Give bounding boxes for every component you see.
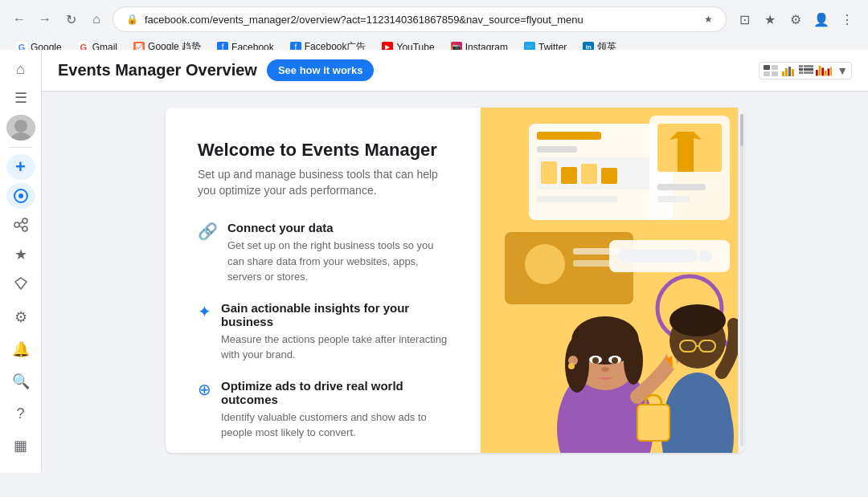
sidebar-avatar[interactable] bbox=[6, 115, 35, 141]
svg-rect-11 bbox=[764, 65, 770, 70]
view-toolbar: ▼ bbox=[759, 62, 852, 79]
svg-point-58 bbox=[624, 336, 643, 385]
svg-rect-50 bbox=[617, 250, 698, 263]
bookmark-button[interactable]: ★ bbox=[759, 8, 781, 31]
svg-rect-34 bbox=[537, 146, 577, 153]
svg-rect-33 bbox=[537, 132, 601, 140]
svg-point-6 bbox=[23, 218, 27, 223]
scrollbar-track bbox=[740, 114, 743, 446]
svg-rect-28 bbox=[825, 71, 827, 75]
sidebar-item-star[interactable]: ★ bbox=[6, 241, 35, 267]
svg-rect-20 bbox=[799, 68, 803, 71]
svg-point-57 bbox=[565, 336, 589, 393]
svg-rect-44 bbox=[657, 196, 690, 202]
svg-point-46 bbox=[525, 244, 565, 284]
svg-rect-30 bbox=[830, 67, 832, 75]
svg-rect-21 bbox=[799, 71, 803, 74]
sidebar-item-diamond[interactable] bbox=[6, 271, 35, 296]
sidebar-item-events[interactable] bbox=[6, 183, 35, 209]
feature-insights-title: Gain actionable insights for your busine… bbox=[221, 301, 448, 328]
svg-point-51 bbox=[699, 250, 712, 263]
svg-line-8 bbox=[19, 222, 23, 224]
svg-point-5 bbox=[14, 222, 19, 227]
svg-rect-14 bbox=[772, 71, 778, 76]
feature-optimize-text: Optimize ads to drive real world outcome… bbox=[221, 379, 448, 441]
app-container: ⌂ ☰ + ★ bbox=[0, 50, 868, 473]
svg-line-9 bbox=[19, 226, 23, 228]
svg-rect-15 bbox=[782, 71, 784, 76]
svg-rect-48 bbox=[573, 260, 613, 267]
cast-button[interactable]: ⊡ bbox=[733, 8, 755, 31]
svg-point-4 bbox=[18, 194, 23, 198]
see-how-button[interactable]: See how it works bbox=[267, 59, 374, 81]
svg-rect-36 bbox=[541, 161, 557, 184]
sidebar-item-home[interactable]: ⌂ bbox=[6, 56, 35, 82]
svg-rect-29 bbox=[828, 68, 830, 75]
sidebar-item-help[interactable]: ? bbox=[6, 399, 35, 428]
svg-point-71 bbox=[669, 304, 726, 336]
optimize-icon: ⊕ bbox=[198, 380, 211, 399]
feature-connect-data: 🔗 Connect your data Get set up on the ri… bbox=[198, 221, 448, 285]
svg-rect-22 bbox=[804, 65, 813, 67]
svg-point-60 bbox=[568, 363, 575, 369]
svg-rect-16 bbox=[785, 68, 788, 76]
welcome-subtitle: Set up and manage business tools that ca… bbox=[198, 167, 448, 198]
svg-rect-18 bbox=[792, 69, 794, 76]
address-bar[interactable]: 🔒 facebook.com/events_manager2/overview?… bbox=[113, 6, 727, 32]
chart-view-icon[interactable] bbox=[780, 65, 796, 76]
bar-chart-icon[interactable] bbox=[816, 65, 832, 76]
svg-rect-23 bbox=[804, 68, 813, 71]
svg-rect-40 bbox=[537, 196, 617, 202]
forward-button[interactable]: → bbox=[35, 10, 55, 29]
svg-rect-75 bbox=[637, 405, 669, 441]
main-content: Events Manager Overview See how it works bbox=[42, 50, 868, 473]
svg-rect-12 bbox=[772, 65, 778, 70]
grid-view-icon[interactable] bbox=[763, 65, 779, 76]
feature-connect-desc: Get set up on the right business tools s… bbox=[227, 238, 448, 285]
sidebar-item-connections[interactable] bbox=[6, 212, 35, 238]
connect-data-icon: 🔗 bbox=[198, 222, 218, 241]
svg-rect-26 bbox=[819, 65, 821, 75]
dots-view-icon[interactable] bbox=[798, 65, 814, 76]
back-button[interactable]: ← bbox=[10, 10, 29, 29]
svg-rect-19 bbox=[799, 65, 803, 67]
feature-optimize-desc: Identify valuable customers and show ads… bbox=[221, 409, 448, 441]
welcome-title: Welcome to Events Manager bbox=[198, 140, 448, 161]
svg-point-64 bbox=[612, 357, 618, 364]
card-scrollbar[interactable] bbox=[738, 108, 744, 453]
scrollbar-thumb bbox=[740, 114, 743, 146]
feature-optimize-title: Optimize ads to drive real world outcome… bbox=[221, 379, 448, 406]
svg-rect-13 bbox=[764, 71, 770, 76]
toolbar-dropdown-icon[interactable]: ▼ bbox=[837, 64, 848, 77]
svg-rect-25 bbox=[816, 70, 818, 75]
page-title-section: Events Manager Overview See how it works bbox=[58, 59, 374, 81]
svg-marker-10 bbox=[15, 278, 27, 289]
sidebar-item-menu[interactable]: ☰ bbox=[6, 85, 35, 111]
page-header: Events Manager Overview See how it works bbox=[42, 50, 868, 92]
sidebar-item-notifications[interactable]: 🔔 bbox=[6, 335, 35, 364]
insights-icon: ✦ bbox=[198, 302, 211, 321]
feature-insights: ✦ Gain actionable insights for your busi… bbox=[198, 301, 448, 363]
feature-optimize: ⊕ Optimize ads to drive real world outco… bbox=[198, 379, 448, 441]
sidebar-item-add[interactable]: + bbox=[6, 154, 35, 180]
sidebar-item-settings[interactable]: ⚙ bbox=[6, 303, 35, 332]
profile-button[interactable]: 👤 bbox=[810, 8, 833, 31]
header-right: ▼ bbox=[759, 62, 852, 79]
svg-rect-37 bbox=[561, 167, 577, 184]
extensions-button[interactable]: ⚙ bbox=[784, 8, 807, 31]
url-text: facebook.com/events_manager2/overview?ac… bbox=[145, 14, 698, 26]
page-body: Welcome to Events Manager Set up and man… bbox=[42, 92, 868, 473]
home-button[interactable]: ⌂ bbox=[87, 10, 106, 29]
welcome-illustration bbox=[481, 108, 738, 453]
refresh-button[interactable]: ↻ bbox=[61, 10, 80, 29]
sidebar-item-search[interactable]: 🔍 bbox=[6, 367, 35, 396]
feature-insights-desc: Measure the actions people take after in… bbox=[221, 332, 448, 363]
feature-connect-title: Connect your data bbox=[227, 221, 448, 234]
browser-chrome: ← → ↻ ⌂ 🔒 facebook.com/events_manager2/o… bbox=[0, 0, 868, 50]
welcome-card: Welcome to Events Manager Set up and man… bbox=[166, 108, 744, 453]
more-button[interactable]: ⋮ bbox=[836, 8, 858, 31]
svg-rect-39 bbox=[601, 168, 617, 184]
feature-insights-text: Gain actionable insights for your busine… bbox=[221, 301, 448, 363]
sidebar-item-analytics[interactable]: ▦ bbox=[6, 431, 35, 460]
svg-point-63 bbox=[592, 357, 599, 364]
